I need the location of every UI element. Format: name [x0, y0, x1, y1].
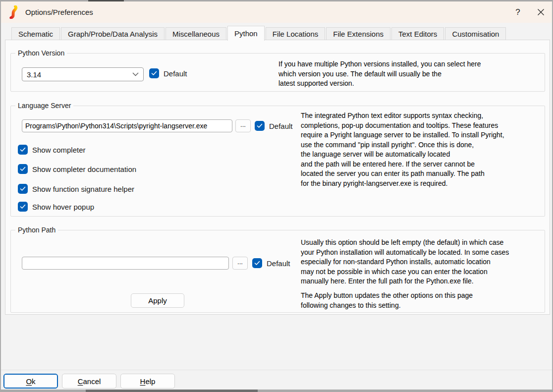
checkmark-icon: [20, 186, 26, 191]
python-version-group-title: Python Version: [15, 49, 67, 57]
window-title: Options/Preferences: [25, 8, 93, 16]
show-completer-documentation-label: Show completer documentation: [32, 165, 136, 173]
python-path-group: Python Path ... Default Apply Usually th…: [10, 230, 545, 313]
apply-button[interactable]: Apply: [131, 293, 184, 308]
close-icon: [537, 8, 545, 16]
chevron-down-icon: [132, 72, 139, 76]
checkmark-icon: [20, 204, 26, 209]
checkbox-checked: [252, 258, 262, 268]
python-path-browse-button[interactable]: ...: [232, 257, 248, 270]
checkbox-checked: [255, 121, 265, 131]
python-tab-page: Python Version 3.14 Default If you have …: [5, 40, 550, 315]
tabbar: Schematic Graph/Probe/Data Analysis Misc…: [4, 25, 549, 40]
default-checkbox-label: Default: [164, 69, 187, 78]
ok-button[interactable]: Ok: [3, 374, 58, 389]
close-button[interactable]: [529, 1, 552, 23]
checkmark-icon: [20, 167, 26, 171]
python-version-value: 3.14: [27, 70, 41, 79]
ok-label-rest: k: [32, 377, 36, 386]
tab-file-extensions[interactable]: File Extensions: [326, 27, 390, 40]
python-version-description: If you have multiple Python versions ins…: [278, 59, 526, 89]
language-server-default-checkbox[interactable]: Default: [255, 121, 293, 131]
python-path-description: Usually this option should be left empty…: [301, 238, 546, 286]
checkmark-icon: [257, 123, 263, 128]
python-version-group: Python Version 3.14 Default If you have …: [10, 53, 545, 92]
show-completer-label: Show completer: [32, 146, 86, 154]
cancel-label-rest: ancel: [83, 377, 101, 386]
cancel-button[interactable]: Cancel: [62, 374, 116, 389]
show-function-signature-helper-checkbox[interactable]: Show function signature helper: [18, 184, 134, 194]
checkmark-icon: [151, 71, 157, 76]
help-footer-button[interactable]: Help: [120, 374, 175, 389]
tab-customisation[interactable]: Customisation: [445, 27, 506, 40]
app-logo-icon: [7, 5, 21, 19]
tab-text-editors[interactable]: Text Editors: [391, 27, 444, 40]
language-server-group: Language Server ... Default Show complet…: [10, 106, 545, 217]
language-server-description: The integrated Python text editor suppor…: [301, 111, 543, 188]
python-path-input[interactable]: [22, 257, 229, 270]
show-completer-checkbox[interactable]: Show completer: [18, 145, 86, 155]
cancel-accelerator: C: [78, 377, 83, 386]
dialog-button-bar: Ok Cancel Help: [1, 370, 552, 390]
checkmark-icon: [254, 261, 260, 266]
show-hover-popup-label: Show hover popup: [32, 203, 94, 211]
ok-accelerator: O: [26, 377, 32, 386]
show-hover-popup-checkbox[interactable]: Show hover popup: [18, 202, 94, 212]
python-version-combobox[interactable]: 3.14: [22, 67, 144, 81]
python-path-group-title: Python Path: [15, 226, 58, 234]
tab-file-locations[interactable]: File Locations: [266, 27, 326, 40]
default-checkbox-label: Default: [267, 259, 290, 268]
language-server-group-title: Language Server: [15, 102, 73, 110]
show-completer-documentation-checkbox[interactable]: Show completer documentation: [18, 164, 136, 174]
default-checkbox-label: Default: [269, 122, 293, 130]
checkbox-checked: [149, 68, 159, 78]
help-button[interactable]: ?: [506, 1, 529, 23]
help-accelerator: H: [140, 377, 146, 386]
python-path-default-checkbox[interactable]: Default: [252, 258, 290, 268]
checkbox-checked: [18, 145, 28, 155]
background-window-fragment-bottom: [86, 390, 258, 392]
show-function-signature-helper-label: Show function signature helper: [32, 185, 134, 193]
checkbox-checked: [18, 184, 28, 194]
tab-schematic[interactable]: Schematic: [11, 27, 60, 40]
language-server-path-input[interactable]: [22, 119, 232, 132]
checkbox-checked: [18, 164, 28, 174]
language-server-browse-button[interactable]: ...: [235, 119, 251, 132]
options-preferences-dialog: Options/Preferences ? Schematic Graph/Pr…: [0, 1, 553, 390]
python-version-default-checkbox[interactable]: Default: [149, 68, 187, 78]
tab-graph-probe-data-analysis[interactable]: Graph/Probe/Data Analysis: [61, 27, 165, 40]
tab-miscellaneous[interactable]: Miscellaneous: [166, 27, 226, 40]
help-label-rest: elp: [145, 377, 155, 386]
titlebar: Options/Preferences ?: [1, 1, 552, 23]
checkbox-checked: [18, 202, 28, 212]
tab-python[interactable]: Python: [227, 26, 265, 41]
apply-button-description: The Apply button updates the other optio…: [301, 291, 546, 310]
checkmark-icon: [20, 147, 26, 152]
